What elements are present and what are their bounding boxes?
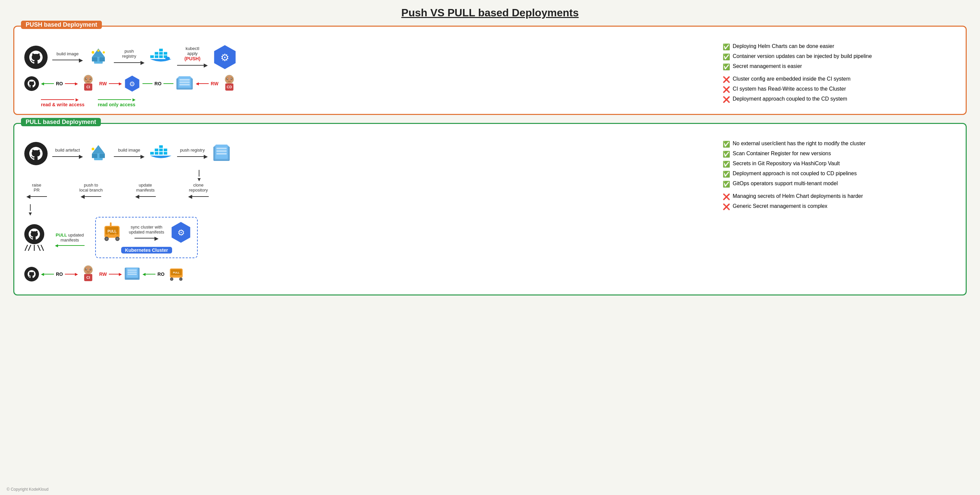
svg-point-43 [231,78,231,79]
registry-small-pull-icon [124,266,140,283]
sync-cluster-arrow: sync cluster withupdated manifests ▶ [129,225,164,241]
svg-rect-33 [180,79,190,81]
svg-rect-74 [108,233,110,237]
svg-point-73 [110,222,111,224]
github-small-icon [24,76,39,91]
svg-rect-64 [216,153,227,155]
svg-rect-8 [154,55,158,58]
k8s-small-icon: ⚙ [124,75,140,92]
svg-rect-93 [127,273,137,275]
svg-point-42 [227,78,228,79]
pull-pros-cons: ✅ No external user/client has the right … [723,137,956,213]
rw-badge-2: ◀ RW [196,81,219,86]
pull-pro-2: ✅ Scan Container Register for new versio… [723,150,956,158]
svg-text:PULL: PULL [108,230,117,233]
svg-point-25 [89,78,90,79]
push-pro-3: ✅ Secret management is easier [723,63,956,70]
github-last-icon [24,267,39,281]
svg-text:⚙: ⚙ [129,80,135,87]
registry-stack-icon [175,74,194,93]
push-pros-cons: ✅ Deploying Helm Charts can be done easi… [723,40,956,106]
read-write-access-label: ▶ read & write access [41,97,84,107]
copyright-label: © Copyright KodeKloud [7,487,49,492]
push-con-1: ❌ Cluster config are embedded inside the… [723,76,956,83]
svg-rect-54 [159,152,163,155]
svg-rect-49 [100,153,105,158]
svg-text:⚙: ⚙ [177,228,185,237]
svg-point-15 [165,57,170,60]
push-pro-2: ✅ Container version updates can be injec… [723,53,956,61]
gitops-github-icon [24,224,48,251]
svg-rect-3 [100,57,105,62]
svg-point-50 [92,148,94,150]
docker-pull-icon [149,143,172,164]
push-diagram: build image ▶ [24,40,710,107]
svg-rect-35 [180,84,190,86]
svg-rect-53 [154,148,158,151]
read-only-access-label: ▶ read only access [98,97,135,107]
svg-rect-9 [154,52,158,55]
rw-badge-pull-1: RW ▶ [99,271,122,277]
k8s-push-icon: ⚙ [212,45,237,70]
pull-updated-manifests-arrow: PULL updatedmanifests ◀ [55,228,84,248]
svg-point-70 [105,238,108,240]
svg-text:PULL: PULL [173,271,180,274]
helm-icon [88,46,109,68]
svg-rect-52 [154,152,158,155]
svg-rect-55 [159,148,163,151]
svg-text:⚙: ⚙ [220,52,229,63]
svg-rect-48 [92,153,97,158]
page-title: Push VS PULL based Deployments [13,6,967,19]
push-con-3: ❌ Deployment approach coupled to the CD … [723,96,956,103]
svg-point-99 [171,278,172,280]
push-local-branch-label: push to local branch ◀ [79,182,103,200]
svg-text:CI: CI [87,85,90,89]
svg-rect-75 [115,233,116,237]
svg-rect-58 [164,148,167,151]
svg-point-84 [86,269,87,270]
github-pull-icon [24,142,48,165]
svg-point-85 [89,269,90,270]
ro-badge-2: RO [142,81,173,86]
svg-rect-34 [180,81,190,83]
svg-rect-91 [127,270,137,271]
push-con-2: ❌ CI system has Read-Write access to the… [723,86,956,93]
svg-rect-57 [164,152,167,155]
ro-badge-1: ◀ RO ▶ [41,81,78,86]
pull-operator-icon: PULL [101,222,123,244]
pull-section: PULL based Deployment build artefact ▶ [13,123,967,295]
svg-point-5 [97,50,100,52]
svg-rect-2 [92,57,97,62]
pull-pro-5: ✅ GitOps operators support multi-tenant … [723,180,956,188]
svg-rect-10 [159,55,163,58]
pull-section-label: PULL based Deployment [21,118,101,126]
k8s-cluster-icon: ⚙ [170,222,192,244]
rw-badge-1: RW ▶ [99,81,122,86]
pull-operator-small-icon: PULL [167,265,185,283]
cd-agent-icon: CD [221,74,238,93]
svg-rect-63 [216,150,227,152]
ci-agent-icon: CI [80,74,97,93]
svg-text:CD: CD [227,85,232,89]
svg-rect-56 [159,145,163,148]
svg-rect-51 [150,152,154,155]
github-icon [24,46,48,69]
svg-point-100 [180,278,181,280]
push-registry-arrow-1: pushregistry ▶ [114,49,145,65]
pull-con-2: ❌ Generic Secret management is complex [723,203,956,211]
k8s-cluster-box: PULL sync [95,217,198,258]
push-section-label: PUSH based Deployment [21,21,102,29]
build-artefact-arrow: build artefact ▶ [52,148,83,160]
pull-diagram: build artefact ▶ b [24,137,710,288]
svg-point-6 [103,51,105,54]
push-section: PUSH based Deployment build image [13,26,967,115]
k8s-cluster-label: Kubernetes Cluster [121,247,172,254]
svg-point-24 [86,78,87,79]
svg-rect-14 [164,52,167,55]
svg-text:CI: CI [87,275,90,279]
clone-repo-label: clone repository ◀ [188,182,209,200]
svg-rect-7 [150,55,154,58]
build-image-arrow-pull: build image ▶ [114,148,145,160]
svg-rect-92 [127,271,137,273]
kubectl-apply-arrow: kubectl apply (PUSH) ▶ [177,46,208,68]
